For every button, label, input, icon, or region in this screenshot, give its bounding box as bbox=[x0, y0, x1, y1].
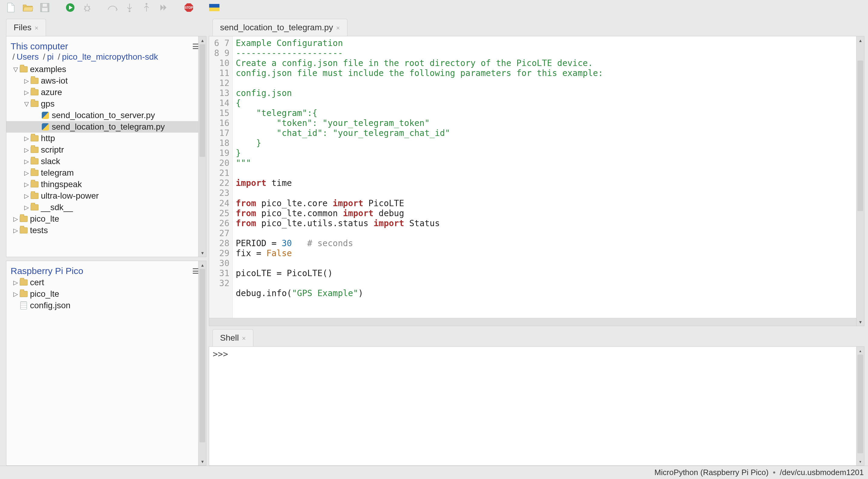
folder-icon bbox=[30, 101, 39, 107]
folder-icon bbox=[30, 147, 39, 153]
tree-item[interactable]: ▷http bbox=[6, 132, 206, 144]
tree-item[interactable]: ▷slack bbox=[6, 156, 206, 167]
svg-point-6 bbox=[146, 3, 147, 5]
expand-arrow-icon[interactable]: ▽ bbox=[12, 65, 19, 74]
folder-icon bbox=[19, 279, 28, 286]
local-files-title: This computer bbox=[10, 41, 68, 52]
tree-item[interactable]: ▷tests bbox=[6, 224, 206, 236]
scrollbar[interactable]: ▴▾ bbox=[856, 347, 864, 466]
step-into-icon[interactable] bbox=[123, 1, 135, 13]
tree-item[interactable]: ▷ultra-low-power bbox=[6, 190, 206, 202]
tree-item[interactable]: ▷scriptr bbox=[6, 144, 206, 156]
svg-point-5 bbox=[129, 10, 130, 12]
save-file-icon[interactable] bbox=[39, 1, 51, 13]
tree-item[interactable]: ▷aws-iot bbox=[6, 75, 206, 87]
tree-item[interactable]: ▷pico_lte bbox=[6, 288, 206, 300]
editor-tab[interactable]: send_location_to_telegram.py bbox=[213, 19, 347, 36]
expand-arrow-icon[interactable]: ▷ bbox=[23, 157, 30, 166]
device-files-tree: ▷cert▷pico_lte▷config.json bbox=[6, 277, 206, 311]
folder-icon bbox=[19, 216, 28, 222]
tree-item[interactable]: ▷__sdk__ bbox=[6, 202, 206, 213]
stop-icon[interactable]: STOP bbox=[183, 1, 195, 13]
tree-item-label: http bbox=[41, 132, 55, 145]
device-files-panel: Raspberry Pi Pico ▷cert▷pico_lte▷config.… bbox=[6, 261, 207, 466]
folder-icon bbox=[19, 228, 28, 234]
tree-item[interactable]: ▷send_location_to_telegram.py bbox=[6, 121, 206, 132]
folder-icon bbox=[30, 193, 39, 199]
tree-item[interactable]: ▷azure bbox=[6, 87, 206, 98]
tree-item-label: slack bbox=[41, 155, 60, 168]
folder-icon bbox=[19, 291, 28, 297]
code-editor[interactable]: 6 7 8 9 10 11 12 13 14 15 16 17 18 19 20… bbox=[209, 36, 864, 326]
new-file-icon[interactable] bbox=[5, 1, 17, 13]
editor-pane: send_location_to_telegram.py 6 7 8 9 10 … bbox=[209, 15, 868, 466]
expand-arrow-icon[interactable]: ▷ bbox=[12, 226, 19, 235]
scrollbar[interactable]: ▴▾ bbox=[198, 36, 206, 257]
tree-item[interactable]: ▷config.json bbox=[6, 300, 206, 311]
local-files-panel: This computer /Users /pi /pico_lte_micro… bbox=[6, 36, 207, 257]
folder-icon bbox=[30, 89, 39, 95]
tree-item-label: azure bbox=[41, 86, 62, 99]
tree-item-label: pico_lte bbox=[30, 288, 59, 300]
run-icon[interactable] bbox=[64, 1, 76, 13]
step-out-icon[interactable] bbox=[141, 1, 153, 13]
tree-item-label: scriptr bbox=[41, 144, 64, 156]
tree-item-label: config.json bbox=[30, 299, 70, 312]
status-port[interactable]: /dev/cu.usbmodem1201 bbox=[780, 468, 864, 477]
folder-icon bbox=[30, 204, 39, 210]
expand-arrow-icon[interactable]: ▷ bbox=[23, 88, 30, 97]
svg-rect-10 bbox=[209, 7, 219, 11]
shell-tab[interactable]: Shell bbox=[213, 329, 253, 347]
expand-arrow-icon[interactable]: ▷ bbox=[23, 180, 30, 189]
folder-icon bbox=[30, 136, 39, 141]
debug-icon[interactable] bbox=[81, 1, 93, 13]
expand-arrow-icon[interactable]: ▷ bbox=[23, 169, 30, 177]
tree-item[interactable]: ▽gps bbox=[6, 98, 206, 110]
folder-icon bbox=[30, 170, 39, 176]
main-area: Files This computer /Users /pi /pico_lte… bbox=[0, 15, 868, 466]
svg-rect-9 bbox=[209, 4, 219, 7]
tree-item-label: pico_lte bbox=[30, 213, 59, 225]
expand-arrow-icon[interactable]: ▷ bbox=[23, 134, 30, 143]
step-over-icon[interactable] bbox=[106, 1, 119, 13]
resume-icon[interactable] bbox=[157, 1, 169, 13]
tree-item-label: aws-iot bbox=[41, 75, 68, 87]
scrollbar[interactable]: ▴▾ bbox=[856, 36, 864, 326]
status-interpreter[interactable]: MicroPython (Raspberry Pi Pico) bbox=[654, 468, 768, 477]
tree-item[interactable]: ▷telegram bbox=[6, 167, 206, 179]
svg-rect-1 bbox=[42, 8, 48, 11]
expand-arrow-icon[interactable]: ▷ bbox=[23, 146, 30, 154]
folder-icon bbox=[30, 78, 39, 84]
line-gutter: 6 7 8 9 10 11 12 13 14 15 16 17 18 19 20… bbox=[209, 36, 233, 326]
file-icon bbox=[19, 302, 28, 309]
tree-item[interactable]: ▽examples bbox=[6, 64, 206, 75]
open-file-icon[interactable] bbox=[22, 1, 34, 13]
expand-arrow-icon[interactable]: ▽ bbox=[23, 100, 30, 109]
expand-arrow-icon[interactable]: ▷ bbox=[12, 215, 19, 223]
tree-item[interactable]: ▷send_location_to_server.py bbox=[6, 110, 206, 121]
files-tab[interactable]: Files bbox=[6, 19, 46, 36]
tree-item-label: send_location_to_server.py bbox=[52, 109, 155, 122]
tree-item-label: thingspeak bbox=[41, 178, 82, 191]
tree-item[interactable]: ▷thingspeak bbox=[6, 179, 206, 190]
expand-arrow-icon[interactable]: ▷ bbox=[12, 278, 19, 287]
flag-icon[interactable] bbox=[208, 1, 220, 13]
tree-item[interactable]: ▷pico_lte bbox=[6, 213, 206, 224]
tree-item-label: cert bbox=[30, 276, 44, 289]
expand-arrow-icon[interactable]: ▷ bbox=[23, 192, 30, 201]
shell-panel[interactable]: >>> ▴▾ bbox=[209, 347, 864, 466]
code-area[interactable]: Example Configuration ------------------… bbox=[233, 36, 864, 326]
expand-arrow-icon[interactable]: ▷ bbox=[23, 203, 30, 212]
scrollbar[interactable] bbox=[209, 318, 856, 326]
tree-item-label: gps bbox=[41, 98, 55, 110]
expand-arrow-icon[interactable]: ▷ bbox=[12, 290, 19, 299]
folder-icon bbox=[19, 66, 28, 72]
expand-arrow-icon[interactable]: ▷ bbox=[23, 77, 30, 85]
scrollbar[interactable]: ▴▾ bbox=[198, 261, 206, 466]
python-file-icon bbox=[41, 123, 50, 130]
svg-rect-2 bbox=[43, 4, 47, 7]
tree-item[interactable]: ▷cert bbox=[6, 277, 206, 288]
python-file-icon bbox=[41, 112, 50, 119]
breadcrumb[interactable]: /Users /pi /pico_lte_micropython-sdk bbox=[6, 52, 206, 64]
tree-item-label: send_location_to_telegram.py bbox=[52, 121, 165, 133]
